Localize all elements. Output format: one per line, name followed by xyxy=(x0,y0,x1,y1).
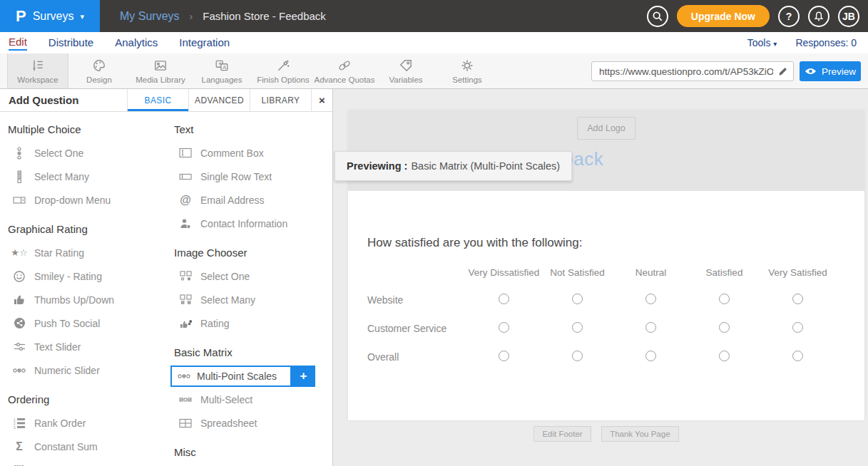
matrix-radio[interactable] xyxy=(499,322,509,333)
matrix-radio[interactable] xyxy=(572,322,583,333)
nav-right: Tools ▾ Responses: 0 xyxy=(747,37,857,48)
tab-edit[interactable]: Edit xyxy=(9,36,27,51)
panel-title: Add Question xyxy=(0,89,127,111)
toolbar-design[interactable]: Design xyxy=(68,53,130,88)
matrix-radio[interactable] xyxy=(719,322,730,333)
tab-integration[interactable]: Integration xyxy=(179,36,230,50)
qtype-constant-sum[interactable]: Σ Constant Sum xyxy=(0,435,98,458)
product-label: Surveys xyxy=(33,10,74,23)
tag-icon xyxy=(399,58,413,73)
toolbar-settings[interactable]: Settings xyxy=(436,53,498,88)
qtype-multi-point-scales[interactable]: Multi-Point Scales xyxy=(170,366,292,387)
section-text: Text Comment Box Single Row Text @ Email… xyxy=(166,123,332,235)
tab-library[interactable]: LIBRARY xyxy=(250,89,311,111)
qtype-text-slider[interactable]: Text Slider xyxy=(0,335,81,358)
tab-analytics[interactable]: Analytics xyxy=(115,36,158,50)
breadcrumb: My Surveys › Fashion Store - Feedback xyxy=(120,10,326,23)
qtype-select-many[interactable]: Select Many xyxy=(0,165,89,188)
matrix-row-label: Overall xyxy=(367,343,467,371)
survey-nav: Edit Distribute Analytics Integration To… xyxy=(0,32,868,53)
qtype-star-rating[interactable]: ★☆ Star Rating xyxy=(0,241,84,264)
toolbar-advance-quotas[interactable]: Advance Quotas xyxy=(314,53,375,88)
toolbar-languages[interactable]: ✶A Languages xyxy=(191,53,252,88)
palette-icon xyxy=(92,58,106,73)
search-button[interactable] xyxy=(647,6,668,27)
stars-icon: ★☆ xyxy=(12,247,26,258)
main-area: Add Question BASIC ADVANCED LIBRARY × Mu… xyxy=(0,89,868,466)
matrix-column-header: Satisfied xyxy=(688,259,761,286)
qtype-contact-information[interactable]: Contact Information xyxy=(166,212,287,235)
matrix-radio[interactable] xyxy=(645,294,656,304)
numbered-list-icon: 123 xyxy=(12,418,26,429)
matrix-radio[interactable] xyxy=(792,322,803,333)
magic-wand-icon xyxy=(276,58,290,73)
chain-links-icon xyxy=(337,58,352,73)
qtype-dropdown-menu[interactable]: Drop-down Menu xyxy=(0,188,111,212)
qtype-drag-and-drop[interactable]: Drag and Drop xyxy=(0,458,100,466)
avatar[interactable]: JB xyxy=(838,6,859,27)
qtype-spreadsheet[interactable]: Spreadsheet xyxy=(166,411,257,435)
thumb-up-icon xyxy=(12,294,26,306)
qtype-email-address[interactable]: @ Email Address xyxy=(166,188,264,212)
matrix-radio[interactable] xyxy=(572,351,583,361)
tab-distribute[interactable]: Distribute xyxy=(48,36,93,50)
matrix-radio[interactable] xyxy=(792,294,803,304)
qtype-single-row-text[interactable]: Single Row Text xyxy=(166,165,272,188)
toolbar-media-library[interactable]: Media Library xyxy=(130,53,191,88)
thank-you-page-button[interactable]: Thank You Page xyxy=(601,426,678,442)
qtype-image-rating[interactable]: Rating xyxy=(166,311,229,335)
images-check-icon xyxy=(178,294,193,305)
preview-button[interactable]: Preview xyxy=(800,61,861,81)
qtype-smiley-rating[interactable]: Smiley - Rating xyxy=(0,264,102,288)
tools-menu[interactable]: Tools ▾ xyxy=(747,37,777,48)
svg-text:3: 3 xyxy=(14,425,16,429)
qtype-select-one[interactable]: Select One xyxy=(0,141,83,165)
comment-box-icon xyxy=(178,147,193,158)
qtype-push-to-social[interactable]: Push To Social xyxy=(0,311,100,335)
notifications-button[interactable] xyxy=(808,6,829,27)
tab-basic[interactable]: BASIC xyxy=(127,89,188,111)
smiley-icon xyxy=(12,270,26,283)
add-question-header: Add Question BASIC ADVANCED LIBRARY × xyxy=(0,89,332,112)
edit-footer-button[interactable]: Edit Footer xyxy=(533,426,591,442)
survey-url-input[interactable] xyxy=(591,61,794,81)
matrix-radio[interactable] xyxy=(645,322,656,333)
question-text[interactable]: How satisfied are you with the following… xyxy=(367,236,582,250)
help-button[interactable]: ? xyxy=(778,6,800,27)
close-icon[interactable]: × xyxy=(311,89,332,111)
matrix-row-overall: Overall xyxy=(367,343,834,371)
qtype-image-select-many[interactable]: Select Many xyxy=(166,288,255,311)
survey-body: How satisfied are you with the following… xyxy=(348,191,864,420)
edit-url-pencil-icon[interactable] xyxy=(777,66,789,77)
matrix-radio[interactable] xyxy=(572,294,583,304)
translate-icon: ✶A xyxy=(215,58,229,73)
upgrade-now-button[interactable]: Upgrade Now xyxy=(677,5,770,27)
qtype-image-select-one[interactable]: Select One xyxy=(166,264,250,288)
section-misc: Misc xyxy=(166,445,332,460)
qtype-numeric-slider[interactable]: Numeric Slider xyxy=(0,358,100,382)
matrix-radio[interactable] xyxy=(499,351,509,361)
matrix-radio[interactable] xyxy=(499,294,509,304)
matrix-column-header: Very Dissatisfied xyxy=(467,259,541,286)
matrix-radio[interactable] xyxy=(792,351,803,361)
responses-count: Responses: 0 xyxy=(795,37,857,48)
surveys-product-menu[interactable]: P Surveys ▾ xyxy=(0,0,100,32)
toolbar-workspace[interactable]: Workspace xyxy=(7,53,68,88)
matrix-radio[interactable] xyxy=(719,294,730,304)
qtype-rank-order[interactable]: 123 Rank Order xyxy=(0,411,86,435)
toolbar-finish-options[interactable]: Finish Options xyxy=(252,53,314,88)
grid-icon xyxy=(178,418,193,428)
add-logo-button[interactable]: Add Logo xyxy=(577,117,635,140)
matrix-question-table: Very Dissatisfied Not Satisfied Neutral … xyxy=(367,259,834,371)
tab-advanced[interactable]: ADVANCED xyxy=(188,89,250,111)
matrix-radio[interactable] xyxy=(719,351,730,361)
breadcrumb-my-surveys[interactable]: My Surveys xyxy=(120,10,180,23)
qtype-multi-select[interactable]: Multi-Select xyxy=(166,388,252,411)
qtype-thumbs-up-down[interactable]: Thumbs Up/Down xyxy=(0,288,114,311)
qtype-comment-box[interactable]: Comment Box xyxy=(166,141,264,165)
circles-scale-icon xyxy=(177,373,191,380)
toolbar-variables[interactable]: Variables xyxy=(375,53,436,88)
add-question-plus-button[interactable]: + xyxy=(292,366,315,387)
matrix-radio[interactable] xyxy=(645,351,656,361)
matrix-row-label: Customer Service xyxy=(367,314,467,343)
